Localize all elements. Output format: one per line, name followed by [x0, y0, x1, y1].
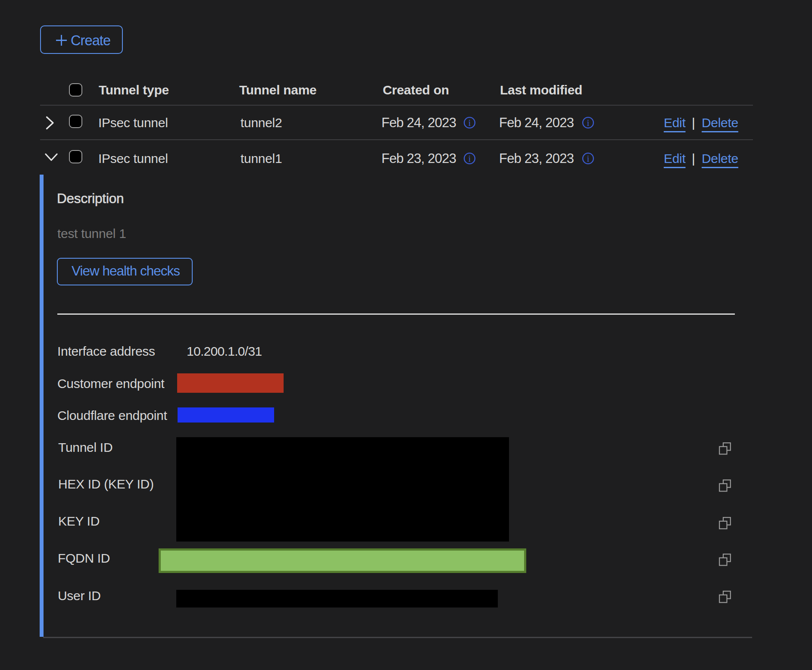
- svg-text:i: i: [468, 118, 471, 128]
- svg-text:i: i: [587, 154, 590, 163]
- svg-text:i: i: [468, 154, 471, 163]
- svg-text:i: i: [587, 118, 590, 128]
